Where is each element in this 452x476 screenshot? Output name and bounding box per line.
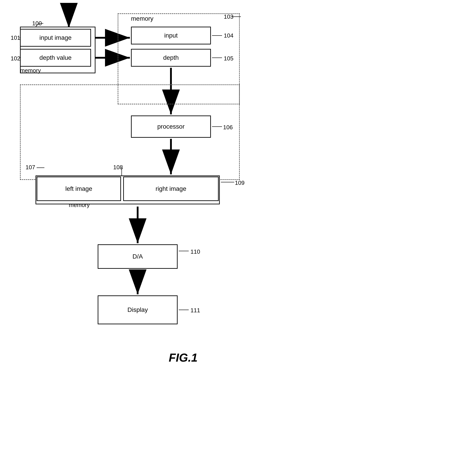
depth-value-label: depth value (40, 54, 72, 61)
left-image-label: left image (65, 185, 92, 192)
ref-103: 103 (224, 13, 233, 20)
ref-100: 100 (32, 20, 42, 27)
image-memory-label: memory (69, 202, 90, 208)
input-image-box: input image (20, 29, 91, 47)
ref-105: 105 (224, 55, 233, 62)
display-box: Display (98, 295, 178, 324)
input-label: input (164, 32, 178, 39)
depth-label: depth (163, 54, 179, 61)
ref-102: 102 (11, 55, 20, 62)
depth-value-box: depth value (20, 49, 91, 67)
figure-label: FIG.1 (169, 351, 198, 364)
display-label: Display (127, 306, 148, 313)
ref-106: 106 (223, 124, 233, 131)
ref-108: 108 (113, 164, 123, 171)
input-box: input (131, 27, 211, 44)
memory-right-label: memory (131, 15, 153, 22)
right-image-box: right image (123, 177, 219, 201)
ref-109: 109 (235, 180, 244, 186)
left-image-box: left image (37, 177, 121, 201)
memory-left-label: memory (20, 67, 41, 74)
ref-104: 104 (224, 32, 233, 39)
da-label: D/A (133, 253, 143, 260)
ref-101: 101 (11, 34, 20, 41)
right-image-label: right image (156, 185, 186, 192)
ref-111: 111 (191, 307, 200, 314)
ref-107: 107 (26, 164, 35, 171)
ref-110: 110 (191, 248, 200, 255)
depth-box: depth (131, 49, 211, 67)
lower-dashed-box (20, 84, 240, 180)
da-box: D/A (98, 244, 178, 269)
input-image-label: input image (40, 34, 72, 41)
